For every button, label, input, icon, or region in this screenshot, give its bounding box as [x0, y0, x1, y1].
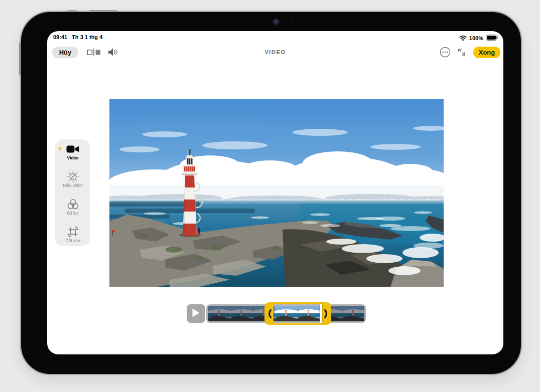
front-camera — [273, 19, 280, 26]
adjust-dial-icon — [67, 170, 79, 183]
crop-rotate-icon — [67, 225, 79, 238]
chevron-left-icon — [266, 309, 272, 319]
sidebar-item-label: Video — [67, 155, 79, 161]
top-button — [67, 10, 77, 12]
battery-icon — [486, 34, 498, 43]
battery-percent: 100% — [469, 35, 483, 41]
video-timeline[interactable] — [187, 304, 366, 323]
chevron-right-icon — [324, 309, 330, 319]
trim-left-handle[interactable] — [264, 302, 274, 325]
sidebar-item-label: Cắt xén — [65, 238, 80, 244]
screen: 09:41 Th 3 1 thg 4 100% Hủy — [47, 31, 503, 354]
edit-tools-panel: Video Điều chỉnh — [55, 139, 90, 246]
more-options-icon[interactable] — [440, 47, 451, 58]
video-camera-icon — [66, 142, 79, 155]
expand-icon[interactable] — [457, 48, 466, 57]
sidebar-item-label: Điều chỉnh — [63, 183, 83, 188]
status-date: Th 3 1 thg 4 — [72, 34, 102, 40]
camera-sensor-dot — [290, 21, 292, 23]
volume-buttons — [89, 10, 117, 12]
sidebar-item-adjust[interactable]: Điều chỉnh — [55, 170, 90, 190]
trim-right-handle[interactable] — [322, 302, 331, 325]
side-button — [19, 42, 21, 75]
wifi-icon — [459, 34, 467, 43]
page-title: VIDEO — [47, 49, 503, 55]
trim-selected-range — [274, 302, 322, 325]
status-time: 09:41 — [53, 34, 67, 40]
video-preview — [109, 99, 444, 287]
playhead[interactable] — [320, 304, 322, 323]
status-bar-left: 09:41 Th 3 1 thg 4 — [53, 34, 102, 40]
play-button[interactable] — [187, 304, 205, 323]
done-button[interactable]: Xong — [473, 47, 500, 58]
status-bar-right: 100% — [459, 34, 498, 43]
active-indicator-icon — [59, 146, 62, 151]
filters-icon — [67, 198, 79, 211]
sidebar-item-crop[interactable]: Cắt xén — [55, 225, 90, 245]
sidebar-item-label: Bộ lọc — [67, 211, 79, 216]
sidebar-item-filters[interactable]: Bộ lọc — [55, 198, 90, 218]
play-icon — [192, 308, 200, 319]
ipad-device-frame: 09:41 Th 3 1 thg 4 100% Hủy — [20, 11, 522, 375]
sidebar-item-video[interactable]: Video — [55, 142, 90, 162]
